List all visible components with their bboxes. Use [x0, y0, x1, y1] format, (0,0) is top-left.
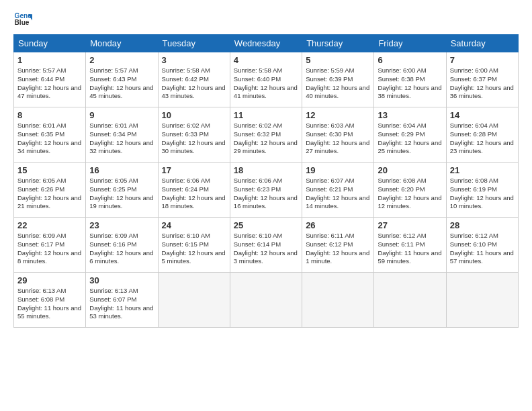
day-info: Sunrise: 6:08 AMSunset: 6:19 PMDaylight:…: [450, 177, 515, 211]
day-number: 28: [450, 220, 515, 230]
calendar-week-2: 8Sunrise: 6:01 AMSunset: 6:35 PMDaylight…: [14, 107, 519, 163]
calendar-cell: 20Sunrise: 6:08 AMSunset: 6:20 PMDayligh…: [374, 163, 446, 218]
day-number: 20: [378, 165, 442, 175]
day-number: 24: [162, 220, 226, 230]
day-info: Sunrise: 6:12 AMSunset: 6:10 PMDaylight:…: [450, 232, 515, 266]
day-info: Sunrise: 6:01 AMSunset: 6:34 PMDaylight:…: [89, 122, 154, 156]
calendar-cell: [446, 273, 518, 328]
calendar-cell: 27Sunrise: 6:12 AMSunset: 6:11 PMDayligh…: [374, 218, 446, 273]
calendar-cell: 25Sunrise: 6:10 AMSunset: 6:14 PMDayligh…: [230, 218, 302, 273]
day-info: Sunrise: 6:07 AMSunset: 6:21 PMDaylight:…: [306, 177, 370, 211]
day-info: Sunrise: 5:59 AMSunset: 6:39 PMDaylight:…: [306, 66, 370, 101]
calendar-week-1: 1Sunrise: 5:57 AMSunset: 6:44 PMDaylight…: [14, 52, 519, 107]
day-number: 7: [450, 55, 515, 65]
day-info: Sunrise: 6:06 AMSunset: 6:23 PMDaylight:…: [234, 177, 298, 211]
calendar-cell: 10Sunrise: 6:02 AMSunset: 6:33 PMDayligh…: [158, 107, 230, 163]
day-number: 15: [17, 165, 82, 175]
day-info: Sunrise: 6:04 AMSunset: 6:28 PMDaylight:…: [450, 122, 515, 156]
day-number: 8: [17, 110, 82, 120]
calendar-cell: 3Sunrise: 5:58 AMSunset: 6:42 PMDaylight…: [158, 52, 230, 107]
day-info: Sunrise: 6:00 AMSunset: 6:38 PMDaylight:…: [378, 66, 442, 101]
day-number: 14: [450, 110, 515, 120]
day-number: 6: [378, 55, 442, 65]
calendar-cell: 11Sunrise: 6:02 AMSunset: 6:32 PMDayligh…: [230, 107, 302, 163]
calendar-cell: 15Sunrise: 6:05 AMSunset: 6:26 PMDayligh…: [14, 163, 86, 218]
calendar-cell: 16Sunrise: 6:05 AMSunset: 6:25 PMDayligh…: [86, 163, 158, 218]
logo-icon: General Blue: [13, 10, 32, 29]
calendar-cell: [374, 273, 446, 328]
calendar-cell: [158, 273, 230, 328]
main-container: General Blue SundayMondayTuesdayWednesda…: [0, 0, 532, 334]
day-info: Sunrise: 5:58 AMSunset: 6:42 PMDaylight:…: [162, 66, 226, 101]
calendar-cell: 21Sunrise: 6:08 AMSunset: 6:19 PMDayligh…: [446, 163, 518, 218]
day-info: Sunrise: 6:06 AMSunset: 6:24 PMDaylight:…: [162, 177, 226, 211]
calendar-cell: 26Sunrise: 6:11 AMSunset: 6:12 PMDayligh…: [302, 218, 374, 273]
calendar-cell: 30Sunrise: 6:13 AMSunset: 6:07 PMDayligh…: [86, 273, 158, 328]
day-number: 5: [306, 55, 370, 65]
day-number: 22: [17, 220, 82, 230]
day-header-monday: Monday: [86, 35, 158, 52]
day-info: Sunrise: 6:08 AMSunset: 6:20 PMDaylight:…: [378, 177, 442, 211]
day-info: Sunrise: 6:02 AMSunset: 6:33 PMDaylight:…: [162, 122, 226, 156]
logo: General Blue: [13, 10, 32, 29]
calendar-cell: 18Sunrise: 6:06 AMSunset: 6:23 PMDayligh…: [230, 163, 302, 218]
day-info: Sunrise: 6:05 AMSunset: 6:25 PMDaylight:…: [89, 177, 154, 211]
day-header-thursday: Thursday: [302, 35, 374, 52]
calendar-cell: 9Sunrise: 6:01 AMSunset: 6:34 PMDaylight…: [86, 107, 158, 163]
calendar-cell: 13Sunrise: 6:04 AMSunset: 6:29 PMDayligh…: [374, 107, 446, 163]
day-header-saturday: Saturday: [446, 35, 518, 52]
calendar-cell: 7Sunrise: 6:00 AMSunset: 6:37 PMDaylight…: [446, 52, 518, 107]
calendar-week-3: 15Sunrise: 6:05 AMSunset: 6:26 PMDayligh…: [14, 163, 519, 218]
day-info: Sunrise: 6:01 AMSunset: 6:35 PMDaylight:…: [17, 122, 82, 156]
day-number: 11: [234, 110, 298, 120]
day-number: 2: [89, 55, 154, 65]
calendar-cell: 22Sunrise: 6:09 AMSunset: 6:17 PMDayligh…: [14, 218, 86, 273]
calendar-cell: 24Sunrise: 6:10 AMSunset: 6:15 PMDayligh…: [158, 218, 230, 273]
day-number: 29: [17, 275, 82, 285]
calendar-cell: 19Sunrise: 6:07 AMSunset: 6:21 PMDayligh…: [302, 163, 374, 218]
calendar-cell: 17Sunrise: 6:06 AMSunset: 6:24 PMDayligh…: [158, 163, 230, 218]
calendar-cell: 6Sunrise: 6:00 AMSunset: 6:38 PMDaylight…: [374, 52, 446, 107]
day-info: Sunrise: 6:11 AMSunset: 6:12 PMDaylight:…: [306, 232, 370, 266]
day-number: 27: [378, 220, 442, 230]
calendar-week-4: 22Sunrise: 6:09 AMSunset: 6:17 PMDayligh…: [14, 218, 519, 273]
day-number: 10: [162, 110, 226, 120]
day-number: 4: [234, 55, 298, 65]
day-number: 23: [89, 220, 154, 230]
calendar-cell: 12Sunrise: 6:03 AMSunset: 6:30 PMDayligh…: [302, 107, 374, 163]
day-number: 3: [162, 55, 226, 65]
day-info: Sunrise: 6:09 AMSunset: 6:17 PMDaylight:…: [17, 232, 82, 266]
day-number: 19: [306, 165, 370, 175]
day-header-friday: Friday: [374, 35, 446, 52]
calendar-table: SundayMondayTuesdayWednesdayThursdayFrid…: [13, 34, 519, 328]
day-number: 18: [234, 165, 298, 175]
calendar-header-row: SundayMondayTuesdayWednesdayThursdayFrid…: [14, 35, 519, 52]
day-info: Sunrise: 6:03 AMSunset: 6:30 PMDaylight:…: [306, 122, 370, 156]
day-info: Sunrise: 6:09 AMSunset: 6:16 PMDaylight:…: [89, 232, 154, 266]
day-info: Sunrise: 5:58 AMSunset: 6:40 PMDaylight:…: [234, 66, 298, 101]
day-number: 12: [306, 110, 370, 120]
day-info: Sunrise: 6:04 AMSunset: 6:29 PMDaylight:…: [378, 122, 442, 156]
day-info: Sunrise: 6:12 AMSunset: 6:11 PMDaylight:…: [378, 232, 442, 266]
calendar-cell: 1Sunrise: 5:57 AMSunset: 6:44 PMDaylight…: [14, 52, 86, 107]
calendar-cell: [230, 273, 302, 328]
calendar-cell: 5Sunrise: 5:59 AMSunset: 6:39 PMDaylight…: [302, 52, 374, 107]
day-number: 21: [450, 165, 515, 175]
day-info: Sunrise: 6:10 AMSunset: 6:15 PMDaylight:…: [162, 232, 226, 266]
header: General Blue: [13, 10, 519, 29]
day-info: Sunrise: 5:57 AMSunset: 6:44 PMDaylight:…: [17, 66, 82, 101]
calendar-cell: 14Sunrise: 6:04 AMSunset: 6:28 PMDayligh…: [446, 107, 518, 163]
day-info: Sunrise: 6:10 AMSunset: 6:14 PMDaylight:…: [234, 232, 298, 266]
calendar-cell: 4Sunrise: 5:58 AMSunset: 6:40 PMDaylight…: [230, 52, 302, 107]
day-number: 25: [234, 220, 298, 230]
day-info: Sunrise: 6:02 AMSunset: 6:32 PMDaylight:…: [234, 122, 298, 156]
day-header-sunday: Sunday: [14, 35, 86, 52]
day-number: 1: [17, 55, 82, 65]
calendar-cell: 23Sunrise: 6:09 AMSunset: 6:16 PMDayligh…: [86, 218, 158, 273]
calendar-cell: 2Sunrise: 5:57 AMSunset: 6:43 PMDaylight…: [86, 52, 158, 107]
day-number: 26: [306, 220, 370, 230]
calendar-week-5: 29Sunrise: 6:13 AMSunset: 6:08 PMDayligh…: [14, 273, 519, 328]
day-number: 13: [378, 110, 442, 120]
day-number: 17: [162, 165, 226, 175]
calendar-cell: [302, 273, 374, 328]
